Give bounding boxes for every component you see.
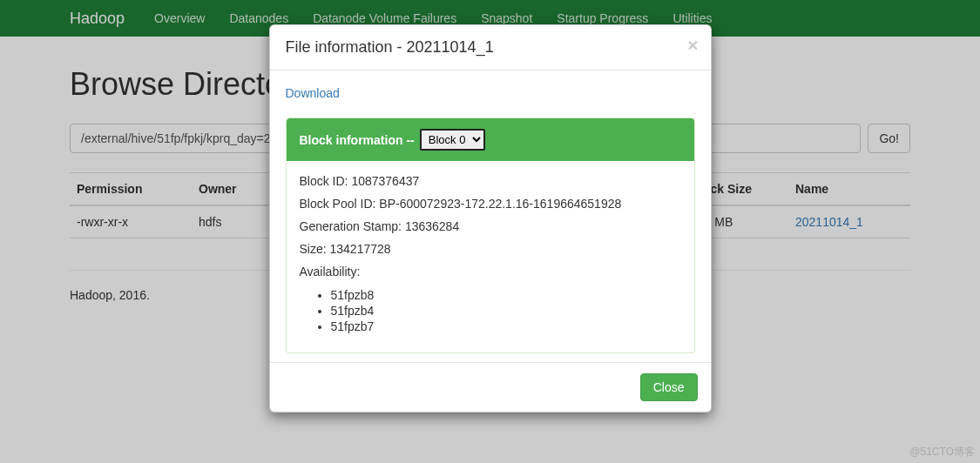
modal-footer: Close	[270, 362, 711, 412]
watermark: @51CTO博客	[909, 445, 975, 460]
block-pool-value: BP-600072923-172.22.1.16-1619664651928	[379, 197, 621, 211]
availability-label: Availability:	[300, 265, 681, 278]
availability-item: 51fpzb8	[331, 287, 681, 303]
close-button[interactable]: Close	[640, 373, 698, 401]
size-value: 134217728	[330, 242, 391, 256]
gen-stamp-value: 13636284	[405, 219, 459, 233]
modal-close-x[interactable]: ×	[687, 36, 698, 54]
availability-item: 51fpzb7	[331, 319, 681, 334]
block-select[interactable]: Block 0	[420, 129, 485, 151]
block-info-panel: Block information -- Block 0 Block ID: 1…	[286, 117, 695, 353]
file-info-modal: File information - 20211014_1 × Download…	[269, 24, 712, 413]
block-pool-row: Block Pool ID: BP-600072923-172.22.1.16-…	[300, 197, 681, 211]
size-row: Size: 134217728	[300, 242, 681, 256]
modal-body: Download Block information -- Block 0 Bl…	[270, 70, 711, 362]
block-id-value: 1087376437	[351, 174, 419, 188]
block-id-row: Block ID: 1087376437	[300, 174, 681, 188]
modal-header: File information - 20211014_1 ×	[270, 25, 711, 70]
availability-list: 51fpzb8 51fpzb4 51fpzb7	[331, 287, 681, 334]
availability-item: 51fpzb4	[331, 303, 681, 319]
download-link[interactable]: Download	[286, 86, 340, 100]
block-info-panel-heading: Block information -- Block 0	[287, 118, 694, 161]
block-info-panel-body: Block ID: 1087376437 Block Pool ID: BP-6…	[287, 161, 694, 352]
block-info-label: Block information --	[300, 133, 415, 147]
modal-title: File information - 20211014_1	[286, 38, 494, 56]
gen-stamp-row: Generation Stamp: 13636284	[300, 219, 681, 233]
